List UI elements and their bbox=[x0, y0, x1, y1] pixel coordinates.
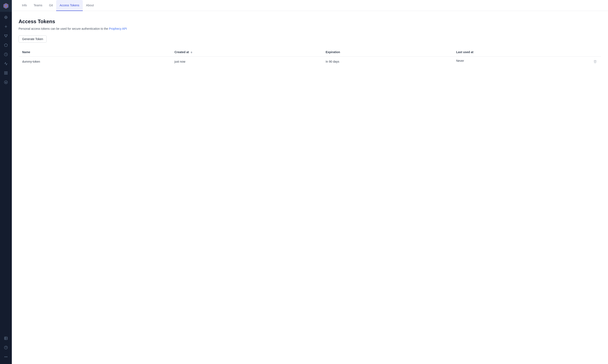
tabs-bar: Info Teams Git Access Tokens About bbox=[12, 0, 608, 11]
token-name: dummy-token bbox=[19, 56, 171, 67]
main-content: Info Teams Git Access Tokens About Acces… bbox=[12, 0, 608, 364]
sidebar-item-grid[interactable] bbox=[2, 69, 10, 77]
sort-icon bbox=[191, 52, 192, 53]
table-row: dummy-token just now In 90 days Never bbox=[19, 56, 601, 67]
sidebar-item-workflows[interactable] bbox=[2, 32, 10, 40]
col-header-name: Name bbox=[19, 48, 171, 56]
table-header-row: Name Created at Expiration Last used at bbox=[19, 48, 601, 56]
app-logo[interactable] bbox=[0, 0, 12, 12]
svg-point-23 bbox=[5, 357, 5, 357]
description-text-before: Personal access tokens can be used for s… bbox=[19, 27, 109, 30]
svg-rect-13 bbox=[4, 73, 5, 75]
sidebar-item-download[interactable] bbox=[2, 78, 10, 87]
token-last-used-at: Never bbox=[453, 56, 601, 67]
delete-token-button[interactable] bbox=[593, 59, 598, 64]
svg-rect-14 bbox=[6, 73, 7, 75]
token-expiration: In 90 days bbox=[322, 56, 453, 67]
sidebar-item-add[interactable] bbox=[2, 22, 10, 31]
sidebar-item-snapshots[interactable] bbox=[2, 13, 10, 22]
svg-point-3 bbox=[5, 17, 7, 18]
sidebar-item-table[interactable] bbox=[2, 334, 10, 342]
tab-git[interactable]: Git bbox=[46, 0, 56, 11]
tab-access-tokens[interactable]: Access Tokens bbox=[56, 0, 82, 11]
sidebar-item-more[interactable] bbox=[2, 353, 10, 361]
sidebar-item-activity[interactable] bbox=[2, 59, 10, 68]
svg-rect-12 bbox=[6, 71, 7, 73]
sidebar-item-history[interactable] bbox=[2, 50, 10, 59]
svg-point-21 bbox=[4, 346, 8, 349]
content-area: Access Tokens Personal access tokens can… bbox=[12, 11, 608, 364]
svg-rect-11 bbox=[4, 71, 5, 73]
tab-info[interactable]: Info bbox=[19, 0, 30, 11]
col-header-last-used-at: Last used at bbox=[453, 48, 601, 56]
svg-rect-17 bbox=[4, 337, 7, 340]
col-header-created-at[interactable]: Created at bbox=[171, 48, 322, 56]
sidebar-item-gems[interactable] bbox=[2, 41, 10, 49]
token-created-at: just now bbox=[171, 56, 322, 67]
prophecy-api-link[interactable]: Prophecy API bbox=[109, 27, 127, 30]
trash-icon bbox=[594, 60, 597, 63]
logo-icon bbox=[3, 3, 9, 9]
generate-token-button[interactable]: Generate Token bbox=[19, 35, 47, 43]
tab-teams[interactable]: Teams bbox=[30, 0, 46, 11]
col-header-expiration: Expiration bbox=[322, 48, 453, 56]
svg-marker-9 bbox=[4, 44, 8, 47]
page-title: Access Tokens bbox=[19, 19, 601, 25]
svg-point-24 bbox=[6, 357, 6, 357]
tab-about[interactable]: About bbox=[83, 0, 97, 11]
svg-point-25 bbox=[7, 357, 7, 357]
sidebar-item-help[interactable] bbox=[2, 343, 10, 352]
page-description: Personal access tokens can be used for s… bbox=[19, 27, 601, 30]
tokens-table: Name Created at Expiration Last used at … bbox=[19, 48, 601, 67]
sidebar bbox=[0, 0, 12, 364]
